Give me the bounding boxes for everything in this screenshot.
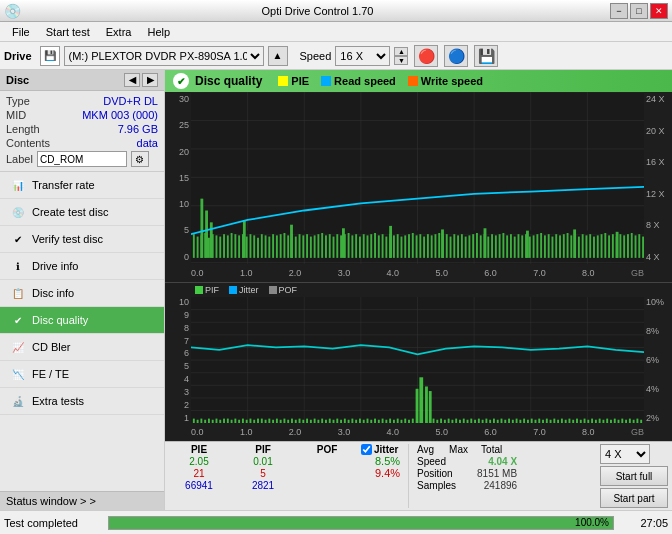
svg-rect-36 [257,238,259,258]
speed-select[interactable]: 16 X MAX 4 X 8 X [335,46,390,66]
svg-rect-33 [246,237,248,258]
sidebar-item-create-test-disc[interactable]: 💿 Create test disc [0,199,164,226]
svg-rect-88 [453,234,455,258]
pie-max: 21 [169,468,229,479]
position-value: 8151 MB [477,468,517,479]
sidebar-item-disc-info[interactable]: 📋 Disc info [0,280,164,307]
close-button[interactable]: ✕ [650,3,668,19]
menu-file[interactable]: File [4,24,38,40]
drive-eject-button[interactable]: ▲ [268,46,288,66]
svg-rect-49 [306,234,308,258]
svg-rect-106 [521,235,523,258]
main-layout: Disc ◀ ▶ Type DVD+R DL MID MKM 003 (000)… [0,70,672,510]
maximize-button[interactable]: □ [630,3,648,19]
svg-rect-90 [461,234,463,258]
svg-rect-123 [585,235,587,258]
svg-rect-128 [604,233,606,258]
svg-rect-132 [619,234,621,258]
sidebar-item-verify-test-disc[interactable]: ✔ Verify test disc [0,226,164,253]
pie-total: 66941 [169,480,229,491]
speed-down-arrow[interactable]: ▼ [394,56,408,65]
svg-rect-77 [412,233,414,258]
pif-max: 5 [233,468,293,479]
status-text: Test completed [4,517,104,529]
sidebar-item-drive-info[interactable]: ℹ Drive info [0,253,164,280]
legend-read-speed: Read speed [321,75,396,87]
svg-rect-186 [416,389,419,423]
stats-bar: PIE 2.05 21 66941 PIF 0.01 5 2821 POF [165,441,672,510]
sidebar-item-fe-te[interactable]: 📉 FE / TE [0,361,164,388]
svg-rect-66 [370,234,372,258]
pif-y-axis-right: 10%8%6%4%2% [644,297,672,423]
speed-dropdown[interactable]: 4 XMAX8 X16 X [600,444,650,464]
speed-up-arrow[interactable]: ▲ [394,47,408,56]
svg-rect-69 [382,234,384,258]
app-title: Opti Drive Control 1.70 [25,5,610,17]
sidebar-item-extra-tests[interactable]: 🔬 Extra tests [0,388,164,415]
menu-start-test[interactable]: Start test [38,24,98,40]
svg-rect-40 [272,234,274,258]
svg-rect-113 [548,234,550,258]
svg-rect-41 [276,235,278,258]
pie-header: PIE [169,444,229,455]
svg-rect-143 [441,229,444,257]
disc-quality-title: Disc quality [195,74,262,88]
samples-label: Samples [417,480,456,491]
svg-rect-83 [434,234,436,258]
svg-rect-64 [363,234,365,258]
svg-rect-122 [582,234,584,258]
svg-rect-81 [427,234,429,258]
svg-rect-70 [385,237,387,258]
pie-chart-svg [191,92,644,264]
speed-row: Speed 4.04 X [417,456,517,467]
svg-rect-56 [333,237,335,258]
svg-rect-101 [502,233,504,258]
svg-rect-78 [416,235,418,258]
svg-rect-92 [468,235,470,258]
speed-label: Speed [300,50,332,62]
menu-help[interactable]: Help [139,24,178,40]
content-area: ✔ Disc quality PIE Read speed Write spee… [165,70,672,510]
sidebar-item-transfer-rate[interactable]: 📊 Transfer rate [0,172,164,199]
svg-rect-99 [495,235,497,258]
drive-select[interactable]: (M:) PLEXTOR DVDR PX-890SA 1.00 [64,46,264,66]
minimize-button[interactable]: − [610,3,628,19]
action-btn-1[interactable]: 🔴 [414,45,438,67]
svg-rect-89 [457,235,459,258]
save-button[interactable]: 💾 [474,45,498,67]
svg-rect-23 [219,237,221,258]
svg-rect-16 [193,234,195,258]
time-display: 27:05 [618,517,668,529]
svg-rect-87 [450,237,452,258]
svg-rect-116 [559,235,561,258]
sidebar-item-disc-quality[interactable]: ✔ Disc quality [0,307,164,334]
sidebar-nav: 📊 Transfer rate 💿 Create test disc ✔ Ver… [0,172,164,491]
progress-percent: 100.0% [575,517,609,529]
menubar: File Start test Extra Help [0,22,672,42]
action-btn-2[interactable]: 🔵 [444,45,468,67]
svg-rect-72 [393,235,395,258]
legend-pie-color [278,76,288,86]
progress-bar: 100.0% [108,516,614,530]
menu-extra[interactable]: Extra [98,24,140,40]
pif-x-axis: 0.01.02.03.04.05.06.07.08.0GB [191,423,644,441]
start-part-button[interactable]: Start part [600,488,668,508]
sidebar-item-cd-bler[interactable]: 📈 CD Bler [0,334,164,361]
svg-rect-35 [253,235,255,258]
svg-rect-95 [480,235,482,258]
start-full-button[interactable]: Start full [600,466,668,486]
label-edit-button[interactable]: ⚙ [131,151,149,167]
action-buttons: 4 XMAX8 X16 X Start full Start part [600,444,668,508]
disc-quality-icon-header: ✔ [173,73,189,89]
disc-header-btn2[interactable]: ▶ [142,73,158,87]
disc-header-btn1[interactable]: ◀ [124,73,140,87]
svg-rect-111 [540,233,542,258]
svg-rect-61 [351,235,353,258]
svg-rect-74 [401,237,403,258]
label-input[interactable] [37,151,127,167]
drive-info-icon: ℹ [10,258,26,274]
jitter-checkbox-row: Jitter [361,444,400,455]
jitter-checkbox[interactable] [361,444,372,455]
app-icon: 💿 [4,3,21,19]
status-window-button[interactable]: Status window > > [0,491,164,510]
